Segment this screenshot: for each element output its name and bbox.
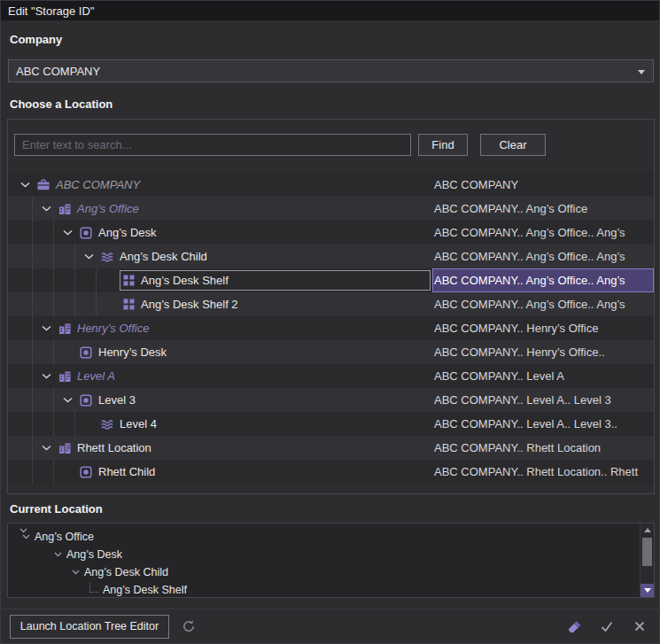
tree-node-path[interactable]: ABC COMPANY.. Rhett Location.. Rhett: [432, 460, 654, 484]
tree-node-cell[interactable]: Rhett Location: [8, 436, 432, 460]
tree-node[interactable]: Level 4: [98, 414, 431, 434]
search-input[interactable]: [14, 134, 411, 156]
tree-row[interactable]: Level 3ABC COMPANY.. Level A.. Level 3: [8, 388, 654, 412]
tree-node-cell[interactable]: Level 4: [8, 412, 432, 436]
tree-node-cell[interactable]: Ang’s Desk Shelf: [8, 268, 432, 292]
tree-node-path[interactable]: ABC COMPANY.. Ang’s Office.. Ang’s: [432, 221, 654, 244]
tree-node[interactable]: Rhett Child: [77, 462, 431, 482]
tree-row[interactable]: Level AABC COMPANY.. Level A: [8, 364, 654, 388]
tree-node-label: Level 3: [98, 393, 136, 407]
current-location-row[interactable]: Ang’s Desk Child: [8, 563, 640, 581]
clear-button[interactable]: Clear: [480, 134, 546, 156]
tree-node-cell[interactable]: Henry’s Desk: [8, 340, 432, 364]
tree-node[interactable]: Level 3: [77, 390, 431, 410]
chevron-down-icon[interactable]: [63, 397, 77, 403]
tree-node[interactable]: Henry’s Office: [56, 318, 431, 338]
tree-node[interactable]: Ang’s Desk: [77, 222, 431, 243]
tree-node-path[interactable]: ABC COMPANY.. Ang’s Office.. Ang’s: [432, 268, 654, 292]
tree-node-path[interactable]: ABC COMPANY: [432, 173, 654, 197]
tree-indent-guide: [84, 292, 105, 316]
tree-node-path[interactable]: ABC COMPANY.. Rhett Location: [432, 436, 654, 460]
tree-row[interactable]: Henry’s OfficeABC COMPANY.. Henry’s Offi…: [8, 316, 654, 340]
tree-node-cell[interactable]: Ang’s Desk Child: [8, 244, 432, 268]
tree-indent-guide: [42, 412, 63, 436]
triangle-down-icon: [644, 588, 651, 593]
location-chooser-panel: Find Clear ABC COMPANYABC COMPANYAng’s O…: [7, 119, 655, 494]
current-location-label: Current Location: [10, 502, 103, 516]
choose-location-label: Choose a Location: [10, 97, 113, 111]
tree-row[interactable]: Rhett ChildABC COMPANY.. Rhett Location.…: [8, 460, 654, 484]
desk-icon: [78, 393, 94, 407]
company-icon: [35, 178, 51, 192]
tree-node[interactable]: Ang’s Desk Shelf 2: [120, 294, 431, 314]
titlebar: Edit "Storage ID": [1, 1, 659, 20]
chevron-down-icon[interactable]: [638, 70, 645, 74]
current-location-item: Ang’s Office: [35, 531, 94, 543]
tree-indent-guide: [20, 268, 42, 292]
tree-node-cell[interactable]: Level 3: [8, 388, 432, 412]
tree-node-path[interactable]: ABC COMPANY.. Henry’s Office: [432, 316, 654, 340]
company-dropdown[interactable]: ABC COMPANY: [8, 59, 654, 82]
tree-node[interactable]: Ang’s Desk Child: [98, 246, 431, 267]
tree-node-cell[interactable]: Level A: [8, 364, 432, 388]
scroll-thumb[interactable]: [642, 538, 652, 566]
chevron-down-icon[interactable]: [63, 229, 77, 236]
desk-icon: [78, 465, 94, 479]
tree-node-cell[interactable]: Rhett Child: [8, 460, 432, 484]
tree-node-label: Ang’s Office: [77, 202, 139, 215]
check-icon[interactable]: [596, 616, 617, 637]
tree-row[interactable]: Henry’s DeskABC COMPANY.. Henry’s Office…: [8, 340, 654, 364]
tree-row[interactable]: Rhett LocationABC COMPANY.. Rhett Locati…: [8, 436, 654, 460]
chevron-down-icon[interactable]: [20, 182, 35, 188]
tree-node-cell[interactable]: Ang’s Office: [8, 197, 432, 221]
tree-node-path[interactable]: ABC COMPANY.. Henry’s Office..: [432, 340, 654, 364]
tree-indent-guide: [20, 436, 42, 460]
tree-row[interactable]: Ang’s OfficeABC COMPANY.. Ang’s Office: [8, 197, 654, 221]
chevron-down-icon[interactable]: [42, 445, 56, 451]
current-location-row[interactable]: Ang’s Desk: [8, 546, 640, 563]
tree-indent-guide: [20, 244, 42, 268]
tree-node-cell[interactable]: Henry’s Office: [8, 316, 432, 340]
tree-node-cell[interactable]: ABC COMPANY: [8, 173, 432, 197]
find-button[interactable]: Find: [418, 134, 468, 156]
tree-node-cell[interactable]: Ang’s Desk: [8, 221, 432, 244]
office-icon: [57, 322, 73, 336]
tree-node[interactable]: Ang’s Office: [56, 198, 431, 219]
chevron-down-icon[interactable]: [42, 206, 56, 212]
tree-indent-guide: [20, 412, 42, 436]
scrollbar[interactable]: [640, 524, 654, 597]
close-icon[interactable]: [629, 616, 650, 637]
tree-node[interactable]: Henry’s Desk: [77, 342, 431, 362]
tree-node[interactable]: Ang’s Desk Shelf: [120, 270, 431, 291]
chevron-down-icon[interactable]: [42, 373, 56, 379]
tree-node-path[interactable]: ABC COMPANY.. Level A.. Level 3..: [432, 412, 654, 436]
tree-node[interactable]: Rhett Location: [56, 438, 431, 458]
tree-row[interactable]: Ang’s Desk Shelf 2ABC COMPANY.. Ang’s Of…: [8, 292, 654, 316]
current-location-row[interactable]: Ang’s Office: [8, 528, 640, 546]
scroll-down-button[interactable]: [641, 584, 654, 597]
launch-tree-editor-button[interactable]: Launch Location Tree Editor: [10, 615, 169, 639]
tree-node-path[interactable]: ABC COMPANY.. Level A: [432, 364, 654, 388]
tree-node-path[interactable]: ABC COMPANY.. Ang’s Office.. Ang’s: [432, 292, 654, 316]
refresh-icon[interactable]: [178, 616, 199, 637]
tree-indent-guide: [20, 364, 42, 388]
tree-node[interactable]: ABC COMPANY: [35, 175, 431, 195]
tree-row[interactable]: Ang’s DeskABC COMPANY.. Ang’s Office.. A…: [8, 221, 654, 244]
tree-indent-guide: [42, 292, 63, 316]
scroll-up-button[interactable]: [641, 524, 654, 537]
chevron-down-icon[interactable]: [42, 325, 56, 331]
tree-node-cell[interactable]: Ang’s Desk Shelf 2: [8, 292, 432, 316]
tree-row[interactable]: Ang’s Desk ChildABC COMPANY.. Ang’s Offi…: [8, 244, 654, 268]
tree-node-label: Ang’s Desk Shelf: [141, 274, 229, 287]
chevron-down-icon[interactable]: [84, 253, 98, 260]
tree-node-path[interactable]: ABC COMPANY.. Ang’s Office: [432, 197, 654, 221]
eraser-icon[interactable]: [563, 616, 585, 637]
tree-node[interactable]: Level A: [56, 366, 431, 386]
current-location-row[interactable]: Ang’s Desk Shelf: [8, 581, 640, 598]
tree-row[interactable]: ABC COMPANYABC COMPANY: [8, 173, 654, 197]
tree-node-path[interactable]: ABC COMPANY.. Level A.. Level 3: [432, 388, 654, 412]
tree-row[interactable]: Level 4ABC COMPANY.. Level A.. Level 3..: [8, 412, 654, 436]
tree-node-path[interactable]: ABC COMPANY.. Ang’s Office.. Ang’s: [432, 244, 654, 268]
tree-row[interactable]: Ang’s Desk ShelfABC COMPANY.. Ang’s Offi…: [8, 268, 654, 292]
current-location-item: Ang’s Desk: [66, 548, 122, 561]
